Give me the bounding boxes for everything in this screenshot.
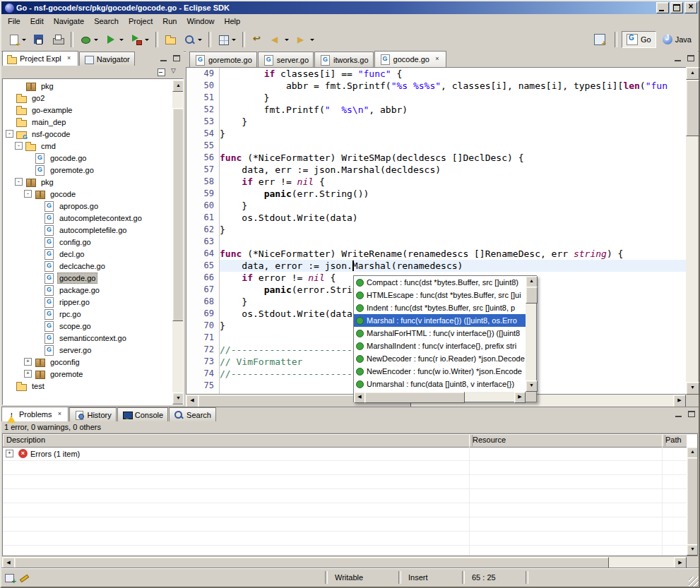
- run-button[interactable]: [102, 30, 126, 49]
- menu-navigate[interactable]: Navigate: [49, 16, 89, 27]
- view-minimize-icon[interactable]: [158, 54, 170, 64]
- view-minimize-icon[interactable]: [673, 409, 684, 419]
- dropdown-arrow-icon[interactable]: [119, 39, 124, 43]
- new-element-button[interactable]: [215, 30, 239, 49]
- run-external-button[interactable]: [128, 30, 152, 49]
- close-button[interactable]: [684, 2, 697, 13]
- tree-item-rpc-go[interactable]: rpc.go: [3, 308, 172, 320]
- expand-icon[interactable]: +: [6, 450, 13, 457]
- minimize-button[interactable]: [656, 2, 669, 13]
- dropdown-arrow-icon[interactable]: [22, 39, 26, 43]
- scroll-down-icon[interactable]: ▼: [172, 392, 184, 404]
- completion-item-newencoder[interactable]: NewEncoder : func(w io.Writer) *json.Enc…: [354, 365, 526, 378]
- tree-item-package-go[interactable]: package.go: [3, 284, 172, 296]
- menu-window[interactable]: Window: [182, 16, 219, 27]
- menu-file[interactable]: File: [3, 16, 25, 27]
- popup-vertical-scrollbar[interactable]: ▲ ▼: [526, 276, 536, 392]
- column-description[interactable]: Description: [3, 434, 473, 446]
- column-path[interactable]: Path: [662, 434, 687, 446]
- project-tree[interactable]: pkggo2go-examplemain_dep-nsf-gocode-cmdg…: [3, 80, 172, 404]
- column-resource[interactable]: Resource: [469, 434, 665, 446]
- java-perspective-button[interactable]: Java: [658, 31, 696, 48]
- completion-item-indent[interactable]: Indent : func(dst *bytes.Buffer, src []u…: [354, 301, 526, 314]
- tab-gocode-go[interactable]: gocode.go ×: [374, 51, 446, 67]
- tab-search[interactable]: Search: [169, 407, 216, 421]
- dropdown-arrow-icon[interactable]: [94, 39, 98, 43]
- tree-item-scope-go[interactable]: scope.go: [3, 320, 172, 332]
- dropdown-arrow-icon[interactable]: [145, 39, 149, 43]
- last-edit-location-button[interactable]: [249, 30, 266, 49]
- tab-console[interactable]: Console: [117, 407, 168, 421]
- go-perspective-button[interactable]: Go: [622, 31, 656, 48]
- expand-icon[interactable]: +: [24, 370, 32, 378]
- collapse-icon[interactable]: -: [24, 190, 32, 198]
- tab-history[interactable]: History: [69, 407, 116, 421]
- scroll-down-icon[interactable]: ▼: [686, 382, 699, 395]
- scroll-up-icon[interactable]: ▲: [526, 276, 538, 287]
- problems-vertical-scrollbar[interactable]: ▲ ▼: [687, 447, 697, 556]
- tree-item-cmd[interactable]: -cmd: [3, 140, 172, 152]
- forward-button[interactable]: [293, 30, 317, 49]
- completion-item-unmarshal[interactable]: Unmarshal : func(data []uint8, v interfa…: [354, 378, 526, 390]
- scroll-up-icon[interactable]: ▲: [686, 67, 699, 80]
- open-folder-button[interactable]: [162, 30, 179, 49]
- tab-goremote-go[interactable]: goremote.go: [189, 52, 257, 67]
- tree-item-autocompletefile-go[interactable]: autocompletefile.go: [3, 224, 172, 236]
- scroll-up-icon[interactable]: ▲: [687, 447, 698, 458]
- tree-item-gocode-go[interactable]: gocode.go: [3, 272, 172, 284]
- view-menu-icon[interactable]: [170, 67, 181, 77]
- scrollbar-thumb[interactable]: [687, 457, 698, 545]
- tree-item-semanticcontext-go[interactable]: semanticcontext.go: [3, 332, 172, 344]
- scroll-left-icon[interactable]: ◀: [354, 392, 365, 403]
- tab-server-go[interactable]: server.go: [258, 52, 314, 67]
- scroll-right-icon[interactable]: ▶: [514, 392, 526, 403]
- open-perspective-button[interactable]: [591, 30, 611, 49]
- tree-item-pkg[interactable]: pkg: [3, 80, 172, 92]
- completion-item-htmlescape[interactable]: HTMLEscape : func(dst *bytes.Buffer, src…: [354, 289, 526, 301]
- explorer-vertical-scrollbar[interactable]: ▲ ▼: [172, 80, 183, 404]
- completion-item-marshalforhtml[interactable]: MarshalForHTML : func(v interface{}) ([]…: [354, 327, 526, 340]
- close-icon[interactable]: ×: [65, 54, 73, 63]
- scrollbar-thumb[interactable]: [364, 392, 465, 403]
- save-button[interactable]: [30, 30, 48, 49]
- tree-item-gocode-go[interactable]: gocode.go: [3, 152, 172, 164]
- expand-icon[interactable]: +: [24, 358, 32, 366]
- resize-grip[interactable]: [689, 577, 699, 587]
- print-button[interactable]: [49, 30, 67, 49]
- view-maximize-icon[interactable]: [686, 409, 697, 419]
- dropdown-arrow-icon[interactable]: [285, 39, 289, 43]
- search-button[interactable]: [181, 30, 205, 49]
- tree-item-go-example[interactable]: go-example: [3, 104, 172, 116]
- editor-vertical-scrollbar[interactable]: ▲ ▼: [686, 67, 698, 395]
- editor-minimize-icon[interactable]: [672, 54, 684, 64]
- close-icon[interactable]: ×: [433, 55, 441, 64]
- dropdown-arrow-icon[interactable]: [232, 39, 236, 43]
- tree-item-main-dep[interactable]: main_dep: [3, 116, 172, 128]
- tree-item-nsf-gocode[interactable]: -nsf-gocode: [3, 128, 172, 140]
- line-number-ruler[interactable]: 4950515253545556575859606162636465666768…: [186, 68, 220, 394]
- menu-search[interactable]: Search: [89, 16, 124, 27]
- scroll-down-icon[interactable]: ▼: [687, 544, 698, 556]
- scrollbar-thumb[interactable]: [686, 80, 699, 136]
- menu-help[interactable]: Help: [220, 16, 246, 27]
- tree-item-pkg[interactable]: -pkg: [3, 176, 172, 188]
- popup-horizontal-scrollbar[interactable]: ◀ ▶: [354, 392, 526, 402]
- completion-item-marshalindent[interactable]: MarshalIndent : func(v interface{}, pref…: [354, 340, 526, 352]
- tree-item-goconfig[interactable]: +goconfig: [3, 356, 172, 368]
- menu-edit[interactable]: Edit: [25, 16, 49, 27]
- new-wizard-button[interactable]: [5, 30, 29, 49]
- tree-item-config-go[interactable]: config.go: [3, 236, 172, 248]
- tab-navigator[interactable]: Navigator: [79, 52, 135, 66]
- table-row-errors[interactable]: +×Errors (1 item): [3, 447, 687, 461]
- tree-item-apropos-go[interactable]: apropos.go: [3, 200, 172, 212]
- scroll-up-icon[interactable]: ▲: [172, 80, 184, 92]
- completion-item-newdecoder[interactable]: NewDecoder : func(r io.Reader) *json.Dec…: [354, 352, 526, 365]
- menu-project[interactable]: Project: [124, 16, 158, 27]
- tree-item-gocode[interactable]: -gocode: [3, 188, 172, 200]
- debug-button[interactable]: [77, 30, 101, 49]
- tree-item-server-go[interactable]: server.go: [3, 344, 172, 356]
- fast-view-icon[interactable]: [4, 572, 16, 583]
- completion-item-compact[interactable]: Compact : func(dst *bytes.Buffer, src []…: [354, 276, 526, 289]
- tab-problems[interactable]: Problems ×: [1, 407, 69, 421]
- tab-itworks-go[interactable]: itworks.go: [314, 52, 374, 67]
